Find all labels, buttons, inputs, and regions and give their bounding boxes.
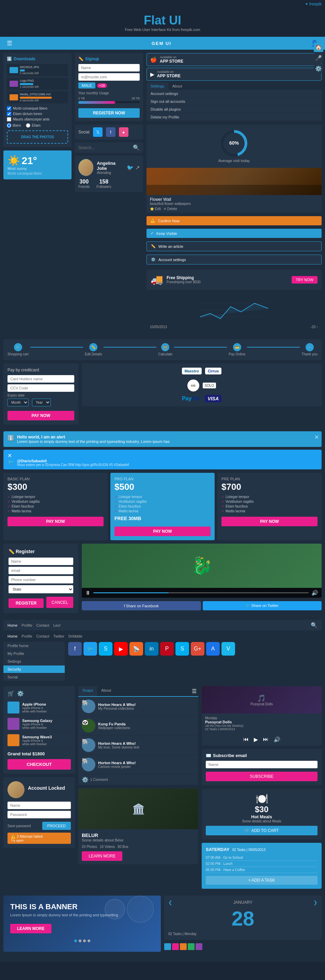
about-tab-snap[interactable]: About [97,686,115,696]
android-button[interactable]: A [206,642,220,655]
signout-item[interactable]: Sign out all accounts [147,98,322,105]
subscribe-button[interactable]: SUBSCRIBE [206,772,317,781]
profile-nav-security[interactable]: Security [3,665,65,673]
profile-nav-home[interactable]: Profile home [3,642,65,650]
nav2-home[interactable]: Home [8,634,18,638]
calendar-prev[interactable]: ❮ [168,900,172,905]
nav2-profile[interactable]: Profile [21,634,32,638]
reg-state-select[interactable]: State [8,585,73,593]
nav-home[interactable]: Home [8,623,18,627]
confirm-button[interactable]: ⚠️ Confirm Now [147,216,322,225]
nav-profile[interactable]: Profile [21,623,32,627]
dot-3[interactable] [83,940,86,942]
menu-icon[interactable]: ☰ [190,686,198,696]
youtube-button[interactable]: ▶ [114,642,128,655]
rss-button[interactable]: 📡 [129,642,143,655]
dot-4[interactable] [88,940,90,942]
reg-phone-input[interactable] [8,576,73,584]
account-settings-button[interactable]: ⚙️ Account settings [147,255,322,264]
dot-1[interactable] [74,940,77,942]
disable-plugins-item[interactable]: Disable all plugins [147,105,322,113]
vimeo-button[interactable]: V [221,642,235,655]
snaps-tab[interactable]: Snaps [78,686,97,696]
register-button[interactable]: REGISTER NOW [78,108,140,118]
facebook-social-icon[interactable]: f [106,127,115,137]
email-input[interactable] [78,73,140,81]
radio-1[interactable] [7,123,11,128]
pinterest-button[interactable]: P [160,642,174,655]
reg-register-button[interactable]: REGISTER [8,598,44,608]
twitter-profile-icon[interactable]: 🐦 [127,164,134,171]
facebook-share-button[interactable]: f Share on Facebook [82,601,201,610]
add-to-cart-button[interactable]: 🛒 ADD TO CART [206,826,317,835]
checkbox-2[interactable] [7,111,11,116]
year-select[interactable]: Year [32,399,51,406]
mic-quick-icon[interactable]: 🎤 [314,53,323,63]
volume-control-icon[interactable]: 🔊 [274,736,280,743]
radio-2[interactable] [26,123,30,128]
app-store-button[interactable]: 🍎 Available on APP STORE [147,53,322,66]
nav2-contact[interactable]: Contact [37,634,49,638]
twitter-social-icon[interactable]: 𝕏 [93,127,102,137]
profile-nav-settings[interactable]: Settings [3,658,65,665]
play-pause-button[interactable]: ⏸ [85,590,91,596]
reg-name-input[interactable] [8,558,73,565]
volume-icon[interactable]: 🔊 [311,590,318,596]
month-select[interactable]: Month [8,399,29,406]
skype2-button[interactable]: S [175,642,189,655]
proceed-button[interactable]: PROCEED [42,822,71,830]
banner-learn-more-button[interactable]: LEARN MORE [10,924,51,933]
checkout-button[interactable]: CHECKOUT [8,759,71,770]
settings-tab[interactable]: Settings [147,83,168,90]
subscribe-name-input[interactable] [206,761,317,768]
dot-2[interactable] [79,940,81,942]
play-icon[interactable]: ▶ [254,736,258,743]
delete-profile-item[interactable]: Delete my Profile [147,113,322,121]
hamburger-icon[interactable]: ☰ [7,40,12,47]
skype-button[interactable]: S [99,642,112,655]
nav2-twitter[interactable]: Twitter [53,634,64,638]
delete-action[interactable]: ✕ Delete [164,207,177,211]
pro-pay-button[interactable]: PAY NOW [115,527,210,536]
drag-photos-zone[interactable]: DRAG THE PHOTOS [7,130,68,144]
ccv-input[interactable] [8,384,74,392]
close-twitter-icon[interactable]: ✕ [8,453,12,458]
share-profile-icon[interactable]: ↗ [135,164,140,171]
nav-leo[interactable]: Leo! [53,623,60,627]
nav-search-icon[interactable]: 🔍 [311,622,317,628]
checkbox-3[interactable] [7,117,11,121]
twitter-button[interactable]: 🐦 [83,642,97,655]
pre-pay-button[interactable]: PAY NOW [221,517,317,526]
profile-nav-myprofile[interactable]: My Profile [3,650,65,658]
pay-now-button[interactable]: PAY NOW [8,411,74,420]
nav2-dribbble[interactable]: Dribbble [69,634,83,638]
cardholder-input[interactable] [8,375,74,383]
lock-password-input[interactable] [8,811,71,818]
gear-icon[interactable]: ⚙️ [82,776,89,783]
edit-action[interactable]: ⭐ Edit [150,207,161,211]
account-settings-item[interactable]: Account settings [147,90,322,98]
facebook-button[interactable]: f [68,642,82,655]
search-icon[interactable]: 🔍 [133,144,140,151]
next-icon[interactable]: ⏭ [263,736,268,743]
keep-visible-button[interactable]: ✓ Keep Visible [147,229,322,238]
male-button[interactable]: MALE [78,83,96,89]
close-icon[interactable]: ✕ [314,434,319,441]
google-play-button[interactable]: ▶ Available on APP STORE [147,68,322,81]
write-article-button[interactable]: ✏️ Write an article [147,241,322,251]
twitter-share-button[interactable]: 🐦 Share on Twitter [203,601,322,610]
video-progress-bar[interactable] [93,592,309,593]
name-input[interactable] [78,64,140,72]
linkedin-button[interactable]: in [145,642,158,655]
search-input[interactable] [78,145,130,150]
dribbble-social-icon[interactable]: ● [119,127,128,137]
lock-name-input[interactable] [8,802,71,809]
googleplus-button[interactable]: G+ [191,642,204,655]
reg-email-input[interactable] [8,567,73,574]
reg-cancel-button[interactable]: CANCEL [46,597,73,608]
home-quick-icon[interactable]: 🏠 [314,43,323,52]
nav-contact[interactable]: Contact [37,623,49,627]
gear-quick-icon[interactable]: ⚙️ [314,64,323,73]
checkbox-1[interactable] [7,106,11,111]
add-task-button[interactable]: + ADD A TASK [206,876,317,885]
